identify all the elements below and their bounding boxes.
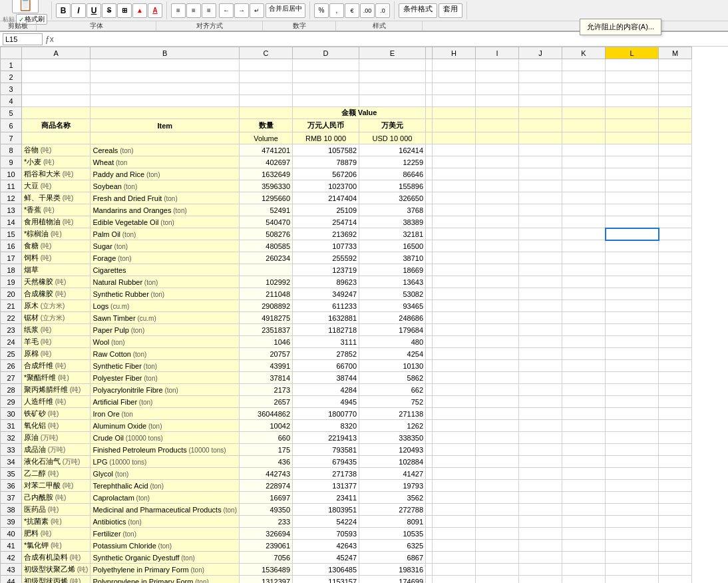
cell-b-36[interactable]: Terephthalic Acid (ton) — [91, 480, 240, 492]
cell-k-37[interactable] — [562, 492, 606, 504]
cell-c-36[interactable]: 228974 — [240, 480, 293, 492]
cell-e-26[interactable]: 10130 — [359, 360, 426, 372]
cell-i-39[interactable] — [476, 516, 519, 528]
cell-a-15[interactable]: *棕榈油 (吨) — [22, 228, 91, 240]
cell-e-21[interactable]: 93465 — [359, 300, 426, 312]
cell-k-11[interactable] — [562, 180, 606, 192]
cell-d-23[interactable]: 1182718 — [293, 324, 359, 336]
cell-d-25[interactable]: 27852 — [293, 348, 359, 360]
cell-j4[interactable] — [519, 95, 562, 107]
strikethrough-button[interactable]: S — [102, 3, 116, 18]
cell-b-11[interactable]: Soybean (ton) — [91, 180, 240, 192]
cell-k3[interactable] — [562, 83, 606, 95]
underline-button[interactable]: U — [87, 3, 101, 18]
cell-c-15[interactable]: 508276 — [240, 228, 293, 240]
cell-i-23[interactable] — [476, 324, 519, 336]
cell-e3[interactable] — [359, 83, 426, 95]
cell-i-42[interactable] — [476, 552, 519, 564]
comma-button[interactable]: , — [329, 3, 344, 18]
cell-i-21[interactable] — [476, 300, 519, 312]
cell-h-41[interactable] — [433, 540, 476, 552]
cell-b-21[interactable]: Logs (cu.m) — [91, 300, 240, 312]
cell-m6[interactable] — [659, 119, 692, 132]
cell-a-21[interactable]: 原木 (立方米) — [22, 300, 91, 312]
cell-c-13[interactable]: 52491 — [240, 204, 293, 216]
cell-k-10[interactable] — [562, 168, 606, 180]
cell-d-11[interactable]: 1023700 — [293, 180, 359, 192]
cell-d-32[interactable]: 2219413 — [293, 432, 359, 444]
col-header-m[interactable]: M — [659, 47, 692, 59]
cell-j-27[interactable] — [519, 372, 562, 384]
cell-i-37[interactable] — [476, 492, 519, 504]
cell-d-22[interactable]: 1632881 — [293, 312, 359, 324]
cell-h-40[interactable] — [433, 528, 476, 540]
cell-i-19[interactable] — [476, 276, 519, 288]
cell-k-15[interactable] — [562, 228, 606, 240]
cell-k2[interactable] — [562, 71, 606, 83]
cell-a-20[interactable]: 合成橡胶 (吨) — [22, 288, 91, 300]
indent-decrease-button[interactable]: ← — [219, 3, 234, 18]
cell-c-14[interactable]: 540470 — [240, 216, 293, 228]
cell-j1[interactable] — [519, 59, 562, 71]
cell-b-31[interactable]: Aluminum Oxide (ton) — [91, 420, 240, 432]
cell-k-29[interactable] — [562, 396, 606, 408]
cell-k1[interactable] — [562, 59, 606, 71]
cell-e-25[interactable]: 4254 — [359, 348, 426, 360]
cell-i-13[interactable] — [476, 204, 519, 216]
cell-m-42[interactable] — [659, 552, 692, 564]
cell-d-33[interactable]: 793581 — [293, 444, 359, 456]
cell-e-30[interactable]: 271138 — [359, 408, 426, 420]
cell-a-25[interactable]: 原棉 (吨) — [22, 348, 91, 360]
cell-m-28[interactable] — [659, 384, 692, 396]
cell-a-18[interactable]: 烟草 — [22, 264, 91, 276]
cell-a4[interactable] — [22, 95, 91, 107]
cell-l-17[interactable] — [606, 252, 659, 264]
paste-button[interactable]: 📋 — [12, 0, 39, 13]
cell-a-8[interactable]: 谷物 (吨) — [22, 144, 91, 156]
apply-style-button[interactable]: 套用 — [439, 3, 462, 18]
cell-c-23[interactable]: 2351837 — [240, 324, 293, 336]
cell-h-32[interactable] — [433, 432, 476, 444]
cell-h-10[interactable] — [433, 168, 476, 180]
cell-k-27[interactable] — [562, 372, 606, 384]
cell-j-10[interactable] — [519, 168, 562, 180]
cell-j-42[interactable] — [519, 552, 562, 564]
cell-reference-input[interactable] — [3, 33, 43, 45]
cell-l-34[interactable] — [606, 456, 659, 468]
cell-h-29[interactable] — [433, 396, 476, 408]
cell-m-37[interactable] — [659, 492, 692, 504]
cell-m-30[interactable] — [659, 408, 692, 420]
cell-h-15[interactable] — [433, 228, 476, 240]
cell-a-16[interactable]: 食糖 (吨) — [22, 240, 91, 252]
cell-a-44[interactable]: 初级型状丙烯 (吨) — [22, 576, 91, 584]
cell-a-34[interactable]: 液化石油气 (万吨) — [22, 456, 91, 468]
cell-m-15[interactable] — [659, 228, 692, 240]
cell-k-12[interactable] — [562, 192, 606, 204]
col-header-h[interactable]: H — [433, 47, 476, 59]
cell-h-19[interactable] — [433, 276, 476, 288]
cell-l-25[interactable] — [606, 348, 659, 360]
merge-button[interactable]: 合并后居中 — [266, 3, 305, 18]
cell-a-11[interactable]: 大豆 (吨) — [22, 180, 91, 192]
cell-h-27[interactable] — [433, 372, 476, 384]
cell-l-30[interactable] — [606, 408, 659, 420]
cell-k-23[interactable] — [562, 324, 606, 336]
cell-d-8[interactable]: 1057582 — [293, 144, 359, 156]
cell-m4[interactable] — [659, 95, 692, 107]
cell-a-23[interactable]: 纸浆 (吨) — [22, 324, 91, 336]
cell-a-12[interactable]: 鲜、干果类 (吨) — [22, 192, 91, 204]
cell-a-24[interactable]: 羊毛 (吨) — [22, 336, 91, 348]
cell-i-12[interactable] — [476, 192, 519, 204]
cell-j-11[interactable] — [519, 180, 562, 192]
cell-a-42[interactable]: 合成有机染料 (吨) — [22, 552, 91, 564]
cell-b-33[interactable]: Finished Petroleum Products (10000 tons) — [91, 444, 240, 456]
cell-k-34[interactable] — [562, 456, 606, 468]
cell-m-24[interactable] — [659, 336, 692, 348]
cell-m-27[interactable] — [659, 372, 692, 384]
cell-h-31[interactable] — [433, 420, 476, 432]
cell-m-39[interactable] — [659, 516, 692, 528]
cell-m-40[interactable] — [659, 528, 692, 540]
currency-button[interactable]: € — [345, 3, 359, 18]
cell-l-42[interactable] — [606, 552, 659, 564]
cell-d-13[interactable]: 25109 — [293, 204, 359, 216]
